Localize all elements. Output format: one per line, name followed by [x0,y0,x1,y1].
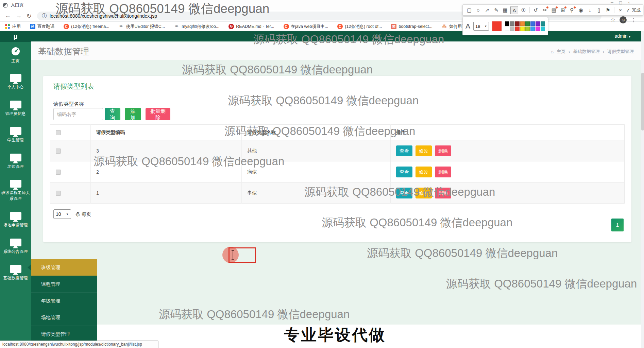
search-input[interactable] [53,108,103,120]
mosaic-tool-icon[interactable]: ▦ [501,6,509,14]
download-icon[interactable]: ↓ [586,6,594,14]
rect-tool-icon[interactable]: ▢ [465,6,473,14]
bookmark-star-icon[interactable]: ☆ [610,16,615,23]
quill-icon: ✒ [174,24,180,29]
leave-type-panel: 请假类型列表 请假类型名称 查询 添加 批量删除 请假类型编码 请假类型名称 操… [43,76,631,242]
bookmark-item[interactable]: 应用 [5,24,21,30]
monitor-icon [10,127,21,135]
sidebar-item-personal-center[interactable]: 个人中心 [0,69,31,95]
sidebar-item-class-course-teacher[interactable]: 班级课程老师关系管理 [0,175,31,207]
pin-icon[interactable]: ⚲ [568,6,576,14]
translate-icon[interactable]: ▤ [550,6,558,14]
table-row: 1 事假 查看 修改 删除 [50,182,625,204]
cell-code: 2 [91,161,242,182]
palette-color[interactable] [505,21,509,26]
forward-icon[interactable]: → [16,12,22,19]
scrollbar-thumb[interactable] [641,73,644,130]
palette-color[interactable] [536,21,540,26]
palette-color[interactable] [510,27,514,31]
page-1-button[interactable]: 1 [611,219,624,231]
number-tool-icon[interactable]: ① [519,6,527,14]
sidebar-item-home[interactable]: 主页 [0,42,31,69]
palette-color[interactable] [515,21,520,26]
view-button[interactable]: 查看 [396,167,412,177]
bookmark-item[interactable]: ✒ mysql如何修改roo... [174,24,219,30]
text-extract-icon[interactable]: ⊞ [559,6,567,14]
palette-color[interactable] [541,27,545,31]
monitor-icon [10,212,21,220]
palette-color[interactable] [536,27,540,31]
bookmark-item[interactable]: G README.md · Ter... [228,24,274,29]
submenu-item-grade[interactable]: 年级管理 [31,292,97,309]
submenu-item-class[interactable]: 班级管理 [31,259,97,276]
bookmark-item[interactable]: 译 百度翻译 [30,24,54,30]
palette-color[interactable] [520,21,525,26]
palette-color[interactable] [530,21,535,26]
palette-color[interactable] [520,27,525,31]
palette-color[interactable] [505,27,509,31]
edit-button[interactable]: 修改 [416,167,432,177]
submenu-item-venue[interactable]: 场地管理 [31,309,97,326]
delete-button[interactable]: 删除 [435,145,451,156]
row-checkbox[interactable] [56,170,61,175]
reload-icon[interactable]: ↻ [27,12,32,20]
delete-button[interactable]: 删除 [435,188,451,198]
profile-avatar[interactable]: ☺ [620,16,627,23]
cancel-capture-icon[interactable]: × [616,6,625,14]
sidebar-item-venue-apply[interactable]: 场地申请管理 [0,207,31,233]
browser-menu-icon[interactable]: ⋮ [631,17,636,23]
sidebar-item-student-mgmt[interactable]: 学生管理 [0,122,31,148]
ellipse-tool-icon[interactable]: ○ [474,6,482,14]
batch-delete-button[interactable]: 批量删除 [146,108,170,120]
sidebar-item-announcement[interactable]: 系统公告管理 [0,233,31,260]
palette-color[interactable] [525,21,530,26]
undo-icon[interactable]: ↺ [532,6,540,14]
view-button[interactable]: 查看 [396,145,412,156]
breadcrumb-home[interactable]: 主页 [557,49,565,55]
bookmark-item[interactable]: C 在java web项目中... [284,24,328,30]
bookmark-item[interactable]: ✒ 使用UEditor 报错C... [119,24,165,30]
scrollbar[interactable] [641,31,644,348]
sidebar-item-base-data[interactable]: 基础数据管理 [0,260,31,286]
site-info-icon[interactable]: ⓘ [42,13,47,19]
select-all-checkbox[interactable] [56,130,61,135]
submenu-item-course[interactable]: 课程管理 [31,276,97,292]
palette-color[interactable] [510,21,514,26]
bookmark-item[interactable]: 简 bootstrap-select... [391,24,432,29]
page-size-select[interactable]: 10 ▼ [53,209,71,219]
done-button[interactable]: ✓ 完成 [626,7,641,13]
edit-button[interactable]: 修改 [416,188,432,198]
sidebar-item-admin-info[interactable]: 管理员信息 [0,95,31,122]
scissors-icon[interactable]: ✂ [541,6,549,14]
font-size-select[interactable]: 18 ▼ [473,22,489,31]
row-checkbox[interactable] [56,191,61,196]
record-icon[interactable]: ◉ [577,6,585,14]
edit-button[interactable]: 修改 [416,145,432,156]
new-tab-button[interactable]: + [82,0,86,8]
palette-color[interactable] [525,27,530,31]
current-color-swatch[interactable] [492,21,502,31]
tab-close-icon[interactable]: × [67,1,74,7]
arrow-tool-icon[interactable]: ↗ [483,6,491,14]
view-button[interactable]: 查看 [396,188,412,198]
palette-color[interactable] [541,21,545,26]
panel-title: 请假类型列表 [53,82,94,91]
add-button[interactable]: 添加 [125,108,141,120]
submenu-item-leave-type[interactable]: 请假类型管理 [31,326,97,342]
back-icon[interactable]: ← [5,12,11,19]
bookmark-item[interactable]: C (12条消息) root of... [337,24,382,30]
delete-button[interactable]: 删除 [435,167,451,177]
phone-capture-icon[interactable]: ▯ [595,6,603,14]
user-menu[interactable]: admin ▾ [614,33,630,39]
row-checkbox[interactable] [56,149,61,154]
bookmark-item[interactable]: C (12条消息) freema... [64,24,109,30]
flag-icon[interactable]: ⚑ [604,6,612,14]
query-button[interactable]: 查询 [105,108,120,120]
palette-color[interactable] [515,27,520,31]
text-tool-icon[interactable]: A [510,6,519,14]
breadcrumb-leave-type[interactable]: 请假类型管理 [607,49,634,55]
pen-tool-icon[interactable]: ✎ [492,6,501,14]
palette-color[interactable] [530,27,535,31]
breadcrumb-base-data[interactable]: 基础数据管理 [573,49,600,55]
sidebar-item-teacher-mgmt[interactable]: 老师管理 [0,148,31,175]
